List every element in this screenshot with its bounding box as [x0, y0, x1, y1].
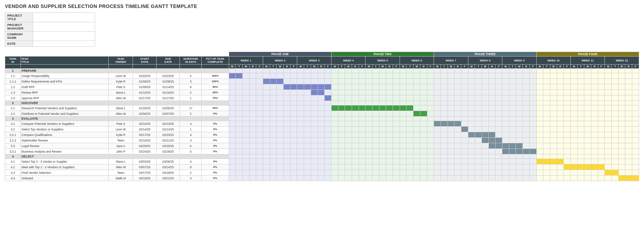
gantt-day-cell: [550, 127, 557, 132]
gantt-day-cell: [345, 73, 352, 79]
gantt-day-cell: [331, 73, 338, 79]
gantt-day-cell: [570, 95, 577, 101]
gantt-day-cell: [577, 111, 584, 117]
gantt-day-cell: [229, 164, 236, 170]
day-cell: R: [591, 65, 598, 69]
gantt-day-cell: [331, 132, 338, 138]
section-day-cell: [325, 69, 332, 73]
section-day-cell: [407, 154, 413, 159]
gantt-day-cell: [366, 138, 373, 143]
gantt-day-cell: [236, 127, 243, 132]
task-owner-cell: Pete S: [109, 84, 133, 90]
section-day-cell: [407, 101, 413, 105]
gantt-day-cell: [277, 164, 284, 170]
gantt-day-cell: [488, 121, 495, 127]
gantt-day-cell: [577, 90, 584, 95]
task-start-cell: 01/06/25: [133, 79, 157, 84]
task-row: 4.3Final Vendor SelectionTeam03/17/2503/…: [5, 170, 639, 176]
gantt-day-cell: [284, 149, 291, 154]
section-day-cell: [427, 69, 434, 73]
day-cell: W: [311, 65, 318, 69]
gantt-day-cell: [598, 159, 605, 164]
gantt-day-cell: [454, 73, 461, 79]
gantt-day-cell: [263, 143, 270, 149]
gantt-day-cell: [359, 84, 366, 90]
section-day-cell: [502, 154, 509, 159]
gantt-day-cell: [352, 143, 359, 149]
gantt-day-cell: [400, 111, 407, 117]
gantt-day-cell: [536, 132, 543, 138]
gantt-day-cell: [448, 138, 454, 143]
section-day-cell: [420, 154, 427, 159]
gantt-day-cell: [386, 84, 393, 90]
task-id-cell: 4.3: [5, 170, 21, 176]
gantt-day-cell: [242, 127, 249, 132]
gantt-day-cell: [475, 132, 482, 138]
gantt-day-cell: [495, 132, 502, 138]
gantt-day-cell: [379, 132, 386, 138]
gantt-day-cell: [413, 111, 420, 117]
gantt-day-cell: [550, 132, 557, 138]
gantt-day-cell: [270, 170, 277, 176]
gantt-day-cell: [598, 105, 605, 111]
gantt-day-cell: [550, 73, 557, 79]
gantt-day-cell: [434, 176, 441, 181]
gantt-day-cell: [263, 105, 270, 111]
gantt-day-cell: [468, 95, 475, 101]
gantt-day-cell: [331, 95, 338, 101]
section-day-cell: [502, 101, 509, 105]
gantt-day-cell: [373, 159, 379, 164]
gantt-day-cell: [495, 159, 502, 164]
gantt-day-cell: [584, 95, 591, 101]
gantt-day-cell: [468, 149, 475, 154]
gantt-day-cell: [612, 84, 619, 90]
gantt-day-cell: [311, 132, 318, 138]
section-day-cell: [284, 101, 291, 105]
gantt-day-cell: [557, 159, 564, 164]
gantt-day-cell: [605, 105, 612, 111]
gantt-day-cell: [550, 170, 557, 176]
gantt-day-cell: [290, 138, 297, 143]
section-day-cell: [229, 117, 236, 121]
gantt-day-cell: [509, 143, 516, 149]
section-day-cell: [502, 69, 509, 73]
gantt-day-cell: [229, 170, 236, 176]
gantt-day-cell: [564, 90, 571, 95]
task-owner-cell: Kylie R: [109, 79, 133, 84]
gantt-day-cell: [536, 164, 543, 170]
gantt-day-cell: [427, 79, 434, 84]
gantt-day-cell: [304, 111, 311, 117]
task-owner-cell: Steve L: [109, 159, 133, 164]
info-label: DATE: [5, 41, 33, 47]
section-day-cell: [413, 69, 420, 73]
info-value[interactable]: [33, 22, 95, 32]
gantt-day-cell: [482, 132, 489, 138]
gantt-day-cell: [482, 170, 489, 176]
gantt-day-cell: [386, 132, 393, 138]
gantt-day-cell: [543, 79, 550, 84]
week-header-row: TASK IDTASK TITLETASK OWNERSTART DATEDUE…: [5, 57, 639, 65]
task-id-cell: 1.1: [5, 73, 21, 79]
section-day-cell: [434, 154, 441, 159]
gantt-day-cell: [488, 95, 495, 101]
gantt-day-cell: [359, 105, 366, 111]
gantt-day-cell: [523, 127, 530, 132]
gantt-day-cell: [584, 111, 591, 117]
info-value[interactable]: [33, 32, 95, 41]
gantt-day-cell: [625, 164, 632, 170]
gantt-day-cell: [413, 170, 420, 176]
task-title-cell: Approve RFP: [21, 95, 109, 101]
task-title-cell: Define Requirements and KPIs: [21, 79, 109, 84]
info-value[interactable]: [33, 41, 95, 47]
gantt-day-cell: [352, 79, 359, 84]
gantt-day-cell: [502, 149, 509, 154]
section-id: 2: [5, 101, 21, 105]
gantt-day-cell: [502, 79, 509, 84]
info-value[interactable]: [33, 13, 95, 22]
gantt-day-cell: [284, 132, 291, 138]
gantt-day-cell: [557, 90, 564, 95]
gantt-day-cell: [461, 132, 468, 138]
gantt-day-cell: [270, 105, 277, 111]
gantt-day-cell: [379, 164, 386, 170]
task-pct-cell: 0%: [202, 132, 229, 138]
